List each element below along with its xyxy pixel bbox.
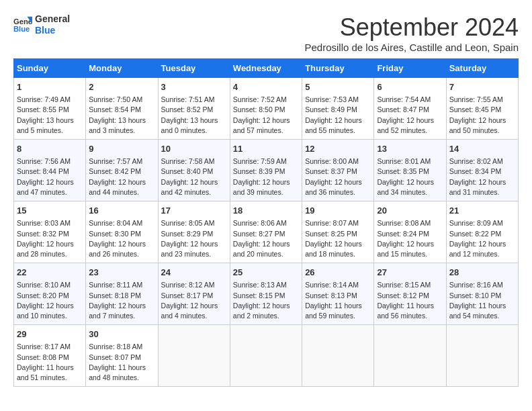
day-info: Sunrise: 8:06 AMSunset: 8:27 PMDaylight:… bbox=[233, 218, 299, 259]
day-number: 20 bbox=[377, 205, 443, 217]
day-info: Sunrise: 8:18 AMSunset: 8:07 PMDaylight:… bbox=[89, 342, 154, 383]
day-number: 27 bbox=[377, 267, 443, 279]
table-row: 18Sunrise: 8:06 AMSunset: 8:27 PMDayligh… bbox=[230, 201, 302, 263]
day-number: 13 bbox=[377, 143, 443, 155]
col-saturday: Saturday bbox=[446, 59, 518, 78]
calendar-header-row: Sunday Monday Tuesday Wednesday Thursday… bbox=[14, 59, 519, 78]
day-number: 14 bbox=[449, 143, 515, 155]
table-row: 16Sunrise: 8:04 AMSunset: 8:30 PMDayligh… bbox=[86, 201, 158, 263]
table-row bbox=[158, 325, 230, 387]
day-info: Sunrise: 7:51 AMSunset: 8:52 PMDaylight:… bbox=[161, 95, 227, 136]
col-thursday: Thursday bbox=[302, 59, 374, 78]
table-row: 10Sunrise: 7:58 AMSunset: 8:40 PMDayligh… bbox=[158, 140, 230, 201]
day-info: Sunrise: 8:09 AMSunset: 8:22 PMDaylight:… bbox=[449, 218, 515, 259]
day-info: Sunrise: 7:53 AMSunset: 8:49 PMDaylight:… bbox=[305, 95, 371, 136]
calendar-week-row: 22Sunrise: 8:10 AMSunset: 8:20 PMDayligh… bbox=[14, 263, 519, 325]
table-row: 22Sunrise: 8:10 AMSunset: 8:20 PMDayligh… bbox=[14, 263, 86, 325]
table-row: 28Sunrise: 8:16 AMSunset: 8:10 PMDayligh… bbox=[446, 263, 518, 325]
day-info: Sunrise: 7:49 AMSunset: 8:55 PMDaylight:… bbox=[17, 95, 83, 136]
day-info: Sunrise: 8:10 AMSunset: 8:20 PMDaylight:… bbox=[17, 280, 83, 321]
day-info: Sunrise: 8:05 AMSunset: 8:29 PMDaylight:… bbox=[161, 218, 227, 259]
table-row: 23Sunrise: 8:11 AMSunset: 8:18 PMDayligh… bbox=[86, 263, 158, 325]
calendar-week-row: 1Sunrise: 7:49 AMSunset: 8:55 PMDaylight… bbox=[14, 78, 519, 140]
col-wednesday: Wednesday bbox=[230, 59, 302, 78]
day-number: 30 bbox=[89, 328, 154, 340]
day-info: Sunrise: 8:17 AMSunset: 8:08 PMDaylight:… bbox=[17, 342, 83, 383]
calendar-table: Sunday Monday Tuesday Wednesday Thursday… bbox=[13, 58, 519, 387]
day-number: 19 bbox=[305, 205, 371, 217]
day-info: Sunrise: 7:54 AMSunset: 8:47 PMDaylight:… bbox=[377, 95, 443, 136]
day-info: Sunrise: 7:50 AMSunset: 8:54 PMDaylight:… bbox=[89, 95, 154, 136]
day-number: 25 bbox=[233, 267, 299, 279]
day-info: Sunrise: 8:01 AMSunset: 8:35 PMDaylight:… bbox=[377, 156, 443, 197]
day-info: Sunrise: 7:59 AMSunset: 8:39 PMDaylight:… bbox=[233, 156, 299, 197]
page-header: General Blue General Blue September 2024… bbox=[13, 13, 519, 53]
day-number: 29 bbox=[17, 328, 83, 340]
day-info: Sunrise: 8:11 AMSunset: 8:18 PMDaylight:… bbox=[89, 280, 154, 321]
day-number: 5 bbox=[305, 81, 371, 93]
day-info: Sunrise: 8:15 AMSunset: 8:12 PMDaylight:… bbox=[377, 280, 443, 321]
day-info: Sunrise: 8:02 AMSunset: 8:34 PMDaylight:… bbox=[449, 156, 515, 197]
logo-blue: Blue bbox=[35, 25, 70, 36]
table-row: 8Sunrise: 7:56 AMSunset: 8:44 PMDaylight… bbox=[14, 140, 86, 201]
day-number: 12 bbox=[305, 143, 371, 155]
day-info: Sunrise: 7:55 AMSunset: 8:45 PMDaylight:… bbox=[449, 95, 515, 136]
table-row: 5Sunrise: 7:53 AMSunset: 8:49 PMDaylight… bbox=[302, 78, 374, 140]
day-info: Sunrise: 8:00 AMSunset: 8:37 PMDaylight:… bbox=[305, 156, 371, 197]
day-info: Sunrise: 7:56 AMSunset: 8:44 PMDaylight:… bbox=[17, 156, 83, 197]
table-row: 29Sunrise: 8:17 AMSunset: 8:08 PMDayligh… bbox=[14, 325, 86, 387]
day-info: Sunrise: 8:08 AMSunset: 8:24 PMDaylight:… bbox=[377, 218, 443, 259]
day-info: Sunrise: 8:14 AMSunset: 8:13 PMDaylight:… bbox=[305, 280, 371, 321]
table-row bbox=[374, 325, 446, 387]
table-row: 17Sunrise: 8:05 AMSunset: 8:29 PMDayligh… bbox=[158, 201, 230, 263]
table-row: 15Sunrise: 8:03 AMSunset: 8:32 PMDayligh… bbox=[14, 201, 86, 263]
table-row: 1Sunrise: 7:49 AMSunset: 8:55 PMDaylight… bbox=[14, 78, 86, 140]
day-info: Sunrise: 7:58 AMSunset: 8:40 PMDaylight:… bbox=[161, 156, 227, 197]
day-number: 7 bbox=[449, 81, 515, 93]
logo-general: General bbox=[35, 13, 70, 24]
day-number: 23 bbox=[89, 267, 154, 279]
table-row: 13Sunrise: 8:01 AMSunset: 8:35 PMDayligh… bbox=[374, 140, 446, 201]
table-row: 2Sunrise: 7:50 AMSunset: 8:54 PMDaylight… bbox=[86, 78, 158, 140]
table-row: 11Sunrise: 7:59 AMSunset: 8:39 PMDayligh… bbox=[230, 140, 302, 201]
day-info: Sunrise: 8:16 AMSunset: 8:10 PMDaylight:… bbox=[449, 280, 515, 321]
day-info: Sunrise: 7:52 AMSunset: 8:50 PMDaylight:… bbox=[233, 95, 299, 136]
calendar-week-row: 29Sunrise: 8:17 AMSunset: 8:08 PMDayligh… bbox=[14, 325, 519, 387]
day-number: 21 bbox=[449, 205, 515, 217]
calendar-week-row: 15Sunrise: 8:03 AMSunset: 8:32 PMDayligh… bbox=[14, 201, 519, 263]
svg-text:Blue: Blue bbox=[13, 25, 30, 33]
day-number: 1 bbox=[17, 81, 83, 93]
table-row: 14Sunrise: 8:02 AMSunset: 8:34 PMDayligh… bbox=[446, 140, 518, 201]
col-monday: Monday bbox=[86, 59, 158, 78]
day-number: 4 bbox=[233, 81, 299, 93]
col-tuesday: Tuesday bbox=[158, 59, 230, 78]
table-row: 24Sunrise: 8:12 AMSunset: 8:17 PMDayligh… bbox=[158, 263, 230, 325]
col-friday: Friday bbox=[374, 59, 446, 78]
table-row: 7Sunrise: 7:55 AMSunset: 8:45 PMDaylight… bbox=[446, 78, 518, 140]
day-number: 9 bbox=[89, 143, 154, 155]
table-row bbox=[302, 325, 374, 387]
day-number: 22 bbox=[17, 267, 83, 279]
logo-icon: General Blue bbox=[13, 15, 32, 34]
table-row: 25Sunrise: 8:13 AMSunset: 8:15 PMDayligh… bbox=[230, 263, 302, 325]
day-number: 28 bbox=[449, 267, 515, 279]
title-area: September 2024 Pedrosillo de los Aires, … bbox=[304, 13, 519, 53]
day-number: 18 bbox=[233, 205, 299, 217]
day-number: 16 bbox=[89, 205, 154, 217]
table-row bbox=[446, 325, 518, 387]
day-info: Sunrise: 8:13 AMSunset: 8:15 PMDaylight:… bbox=[233, 280, 299, 321]
day-info: Sunrise: 7:57 AMSunset: 8:42 PMDaylight:… bbox=[89, 156, 154, 197]
table-row: 20Sunrise: 8:08 AMSunset: 8:24 PMDayligh… bbox=[374, 201, 446, 263]
table-row: 9Sunrise: 7:57 AMSunset: 8:42 PMDaylight… bbox=[86, 140, 158, 201]
day-info: Sunrise: 8:07 AMSunset: 8:25 PMDaylight:… bbox=[305, 218, 371, 259]
month-title: September 2024 bbox=[304, 13, 519, 42]
logo: General Blue General Blue bbox=[13, 13, 70, 36]
day-number: 15 bbox=[17, 205, 83, 217]
day-number: 26 bbox=[305, 267, 371, 279]
day-number: 24 bbox=[161, 267, 227, 279]
day-number: 10 bbox=[161, 143, 227, 155]
day-number: 3 bbox=[161, 81, 227, 93]
calendar-week-row: 8Sunrise: 7:56 AMSunset: 8:44 PMDaylight… bbox=[14, 140, 519, 201]
table-row: 19Sunrise: 8:07 AMSunset: 8:25 PMDayligh… bbox=[302, 201, 374, 263]
table-row: 21Sunrise: 8:09 AMSunset: 8:22 PMDayligh… bbox=[446, 201, 518, 263]
